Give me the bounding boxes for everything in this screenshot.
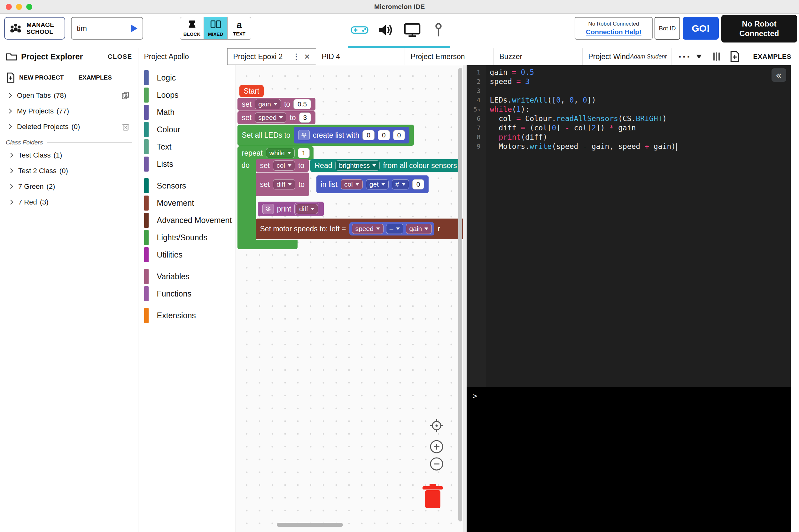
tab-project-wind[interactable]: Project WindAdam Student: [583, 48, 671, 65]
create-list-block[interactable]: create list with 0 0 0: [294, 127, 410, 144]
number-input[interactable]: 1: [298, 148, 310, 158]
variable-dropdown[interactable]: speed: [352, 224, 383, 234]
palette-category-lights-sounds[interactable]: Lights/Sounds: [144, 229, 235, 246]
trash-icon[interactable]: [421, 482, 444, 510]
close-sidebar-button[interactable]: CLOSE: [108, 53, 132, 60]
block-workspace[interactable]: Start set gain to 0.5 set speed to 3 Set…: [236, 65, 463, 532]
mode-button-block[interactable]: BLOCK: [180, 17, 204, 40]
tab-project-apollo[interactable]: Project Apollo: [138, 48, 227, 65]
set-col-block[interactable]: set col to: [256, 159, 309, 172]
trash-x-icon[interactable]: [121, 123, 130, 132]
class-folder-test-class[interactable]: Test Class(1): [0, 147, 138, 163]
close-window-button[interactable]: [6, 4, 12, 10]
number-input[interactable]: 0: [378, 130, 390, 140]
palette-category-text[interactable]: Text: [144, 138, 235, 155]
copy-x-icon[interactable]: [121, 91, 130, 101]
gear-icon[interactable]: [262, 204, 274, 214]
new-tab-button[interactable]: [724, 48, 745, 65]
print-block[interactable]: print diff: [258, 202, 324, 216]
speaker-view-icon[interactable]: [377, 21, 395, 39]
zoom-window-button[interactable]: [26, 4, 32, 10]
zoom-out-button[interactable]: [430, 457, 443, 471]
sidebar-examples-button[interactable]: EXAMPLES: [78, 74, 112, 81]
monitor-view-icon[interactable]: [403, 21, 421, 39]
pin-view-icon[interactable]: [430, 21, 448, 39]
palette-category-functions[interactable]: Functions: [144, 285, 235, 302]
repeat-block-header[interactable]: repeat while 1: [237, 146, 315, 160]
index-mode-dropdown[interactable]: #: [392, 179, 409, 189]
palette-category-loops[interactable]: Loops: [144, 86, 235, 103]
palette-category-logic[interactable]: Logic: [144, 69, 235, 86]
tab-buzzer[interactable]: Buzzer: [494, 48, 583, 65]
set-motor-speeds-block[interactable]: Set motor speeds to: left = speed – gain…: [256, 218, 463, 239]
read-sensors-block[interactable]: Read brightness from all colour sensors: [310, 159, 461, 172]
gear-icon[interactable]: [298, 130, 310, 140]
tab-pid-4[interactable]: PID 4: [316, 48, 405, 65]
workspace-code-divider[interactable]: [463, 65, 467, 532]
palette-category-colour[interactable]: Colour: [144, 121, 235, 138]
student-name-field[interactable]: tim: [71, 17, 143, 40]
console-output[interactable]: >: [467, 387, 791, 532]
variable-dropdown[interactable]: gain: [406, 224, 432, 234]
collapse-code-panel-button[interactable]: «: [772, 69, 786, 82]
code-lines[interactable]: gain = 0.5speed = 3LEDs.writeAll([0, 0, …: [486, 65, 791, 387]
mode-button-text[interactable]: aTEXT: [227, 17, 251, 40]
number-input[interactable]: 0: [412, 179, 424, 189]
horizontal-scrollbar[interactable]: [277, 523, 343, 527]
manage-school-button[interactable]: MANAGE SCHOOL: [4, 17, 65, 40]
number-input[interactable]: 0.5: [293, 99, 311, 109]
tab-project-epoxi-2[interactable]: Project Epoxi 2⋮×: [227, 48, 316, 65]
number-input[interactable]: 0: [393, 130, 405, 140]
class-folder-7-red[interactable]: 7 Red(3): [0, 194, 138, 210]
set-diff-block[interactable]: set diff to: [256, 173, 309, 196]
examples-button[interactable]: EXAMPLES: [745, 48, 799, 65]
tab-project-emerson[interactable]: Project Emerson: [405, 48, 494, 65]
set-leds-block[interactable]: Set all LEDs to create list with 0 0 0: [237, 125, 414, 146]
robot-view-icon[interactable]: [350, 21, 368, 39]
vertical-scrollbar[interactable]: [458, 68, 462, 521]
run-student-icon[interactable]: [131, 25, 137, 32]
variable-dropdown[interactable]: col: [273, 160, 295, 171]
tree-item-open-tabs[interactable]: Open Tabs(78): [0, 88, 138, 103]
zoom-reset-button[interactable]: [430, 419, 443, 433]
set-speed-block[interactable]: set speed to 3: [237, 111, 316, 124]
fold-marker-icon[interactable]: ▾: [478, 107, 480, 112]
palette-category-variables[interactable]: Variables: [144, 268, 235, 285]
number-input[interactable]: 3: [299, 112, 311, 123]
variable-dropdown[interactable]: gain: [255, 99, 281, 109]
variable-dropdown[interactable]: speed: [255, 112, 286, 123]
variable-dropdown[interactable]: col: [341, 179, 363, 189]
class-folder-7-green[interactable]: 7 Green(2): [0, 178, 138, 194]
panel-divider-icon[interactable]: [709, 48, 724, 65]
minimize-window-button[interactable]: [16, 4, 22, 10]
go-button[interactable]: GO!: [683, 17, 719, 40]
operator-dropdown[interactable]: –: [386, 224, 403, 234]
tree-item-deleted-projects[interactable]: Deleted Projects(0): [0, 119, 138, 134]
new-project-button[interactable]: NEW PROJECT: [19, 74, 63, 81]
arithmetic-block[interactable]: speed – gain: [349, 222, 435, 235]
tab-overflow-button[interactable]: ···: [671, 48, 709, 65]
mode-button-mixed[interactable]: MIXED: [204, 17, 228, 40]
repeat-block-spine[interactable]: [237, 159, 256, 240]
list-op-dropdown[interactable]: get: [366, 179, 388, 189]
tab-menu-icon[interactable]: ⋮: [289, 52, 303, 62]
palette-category-advanced-movement[interactable]: Advanced Movement: [144, 211, 235, 229]
repeat-mode-dropdown[interactable]: while: [266, 148, 295, 158]
start-block[interactable]: Start: [240, 85, 264, 97]
tab-close-icon[interactable]: ×: [303, 51, 311, 62]
palette-category-utilities[interactable]: Utilities: [144, 246, 235, 263]
number-input[interactable]: 0: [362, 130, 375, 140]
repeat-block-footer[interactable]: [237, 240, 298, 249]
class-folder-test-2-class[interactable]: Test 2 Class(0): [0, 163, 138, 178]
in-list-block[interactable]: in list col get # 0: [317, 175, 429, 193]
palette-category-sensors[interactable]: Sensors: [144, 177, 235, 194]
palette-category-lists[interactable]: Lists: [144, 155, 235, 173]
palette-category-movement[interactable]: Movement: [144, 194, 235, 211]
tree-item-my-projects[interactable]: My Projects(77): [0, 103, 138, 119]
code-editor[interactable]: 12345▾6789 gain = 0.5speed = 3LEDs.write…: [467, 65, 791, 387]
palette-category-extensions[interactable]: Extensions: [144, 307, 235, 324]
palette-category-math[interactable]: Math: [144, 103, 235, 121]
set-gain-block[interactable]: set gain to 0.5: [237, 98, 316, 111]
variable-dropdown[interactable]: diff: [273, 179, 295, 189]
connection-help-link[interactable]: Connection Help!: [586, 28, 642, 36]
